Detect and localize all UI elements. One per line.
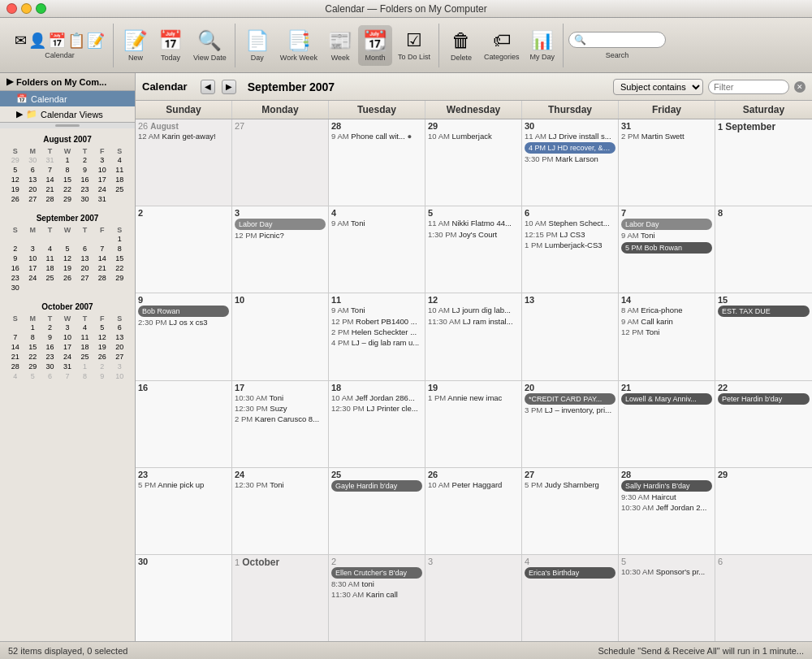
mini-cal-day[interactable]: 19 [58, 263, 76, 273]
calendar-event-pill[interactable]: Labor Day [235, 219, 326, 230]
cal-cell[interactable]: 1 October [232, 555, 329, 641]
mini-cal-day[interactable]: 4 [76, 323, 93, 332]
calendar-event[interactable]: 10 AM Jeff Jordan 286... [331, 393, 422, 403]
cal-cell[interactable]: 5 10:30 AM Sponsor's pr... [619, 555, 715, 641]
calendar-event[interactable]: 8 AM Erica-phone [621, 306, 712, 315]
calendar-event[interactable]: 2:30 PM LJ os x cs3 [138, 318, 229, 327]
mini-cal-day[interactable]: 30 [6, 283, 24, 293]
calendar-event-pill[interactable]: Erica's Birthday [525, 567, 615, 579]
mini-cal-day[interactable]: 13 [76, 254, 93, 263]
mini-cal-day[interactable]: 3 [93, 155, 110, 165]
mini-cal-day[interactable]: 11 [41, 254, 58, 263]
calendar-event[interactable]: 5 PM Annie pick up [138, 480, 229, 490]
cal-cell[interactable]: 4 9 AM Toni [329, 206, 425, 293]
close-button[interactable] [6, 3, 17, 14]
calendar-event[interactable]: 12:15 PM LJ CS3 [525, 230, 615, 240]
calendar-event-pill[interactable]: *CREDIT CARD PAY... [525, 393, 615, 405]
cal-cell[interactable]: 31 2 PM Martin Swett [619, 119, 715, 206]
mini-cal-day[interactable]: 27 [111, 352, 128, 362]
mini-cal-day[interactable]: 31 [93, 194, 110, 204]
mini-cal-day[interactable]: 5 [24, 371, 41, 381]
mini-cal-day[interactable]: 26 [6, 194, 24, 204]
mini-cal-day[interactable]: 25 [111, 184, 128, 194]
calendar-event[interactable]: 11 AM LJ Drive install s... [525, 132, 615, 141]
mini-cal-day[interactable]: 8 [111, 244, 128, 254]
cal-cell[interactable]: 4 Erica's Birthday [522, 555, 619, 641]
search-box[interactable]: 🔍 [568, 32, 666, 48]
calendar-event[interactable]: 10 AM LJ journ dig lab... [428, 306, 519, 315]
calendar-event[interactable]: 12:30 PM LJ Printer cle... [331, 404, 422, 414]
view-date-button[interactable]: 🔍 View Date [188, 25, 231, 66]
mini-cal-day[interactable]: 10 [58, 332, 76, 342]
mini-cal-day[interactable]: 29 [111, 273, 128, 283]
filter-input[interactable] [708, 80, 789, 94]
mini-cal-day[interactable]: 18 [111, 175, 128, 184]
mini-cal-day[interactable]: 3 [111, 362, 128, 371]
cal-cell[interactable]: 30 [136, 555, 232, 641]
cal-cell[interactable]: 2 Ellen Crutcher's B'day 8:30 AM toni 11… [329, 555, 425, 641]
mini-cal-day[interactable]: 28 [6, 362, 24, 371]
mini-cal-day[interactable]: 23 [6, 273, 24, 283]
sidebar-item-calendar[interactable]: 📅 Calendar [0, 91, 135, 106]
today-button[interactable]: 📅 Today [153, 25, 188, 66]
day-button[interactable]: 📄 Day [240, 25, 274, 66]
mini-cal-day[interactable]: 16 [6, 263, 24, 273]
mini-cal-day[interactable]: 6 [24, 165, 41, 175]
mini-cal-day[interactable]: 17 [93, 175, 110, 184]
cal-cell[interactable]: 12 10 AM LJ journ dig lab... 11:30 AM LJ… [425, 293, 522, 379]
mini-cal-day[interactable]: 14 [93, 254, 110, 263]
cal-cell[interactable]: 23 5 PM Annie pick up [136, 468, 232, 554]
calendar-button[interactable]: ✉ 👤 📅 📋 📝 Calendar [10, 25, 110, 66]
mini-cal-day[interactable]: 2 [41, 323, 58, 332]
mini-cal-day[interactable]: 30 [24, 155, 41, 165]
sidebar-header[interactable]: ▶ Folders on My Com... [0, 73, 135, 91]
mini-cal-day[interactable]: 13 [111, 332, 128, 342]
mini-cal-day[interactable]: 21 [93, 263, 110, 273]
cal-cell[interactable]: 1 September [715, 119, 812, 206]
mini-cal-day[interactable]: 6 [76, 244, 93, 254]
cal-cell[interactable]: 7 Labor Day 9 AM Toni 5 PM Bob Rowan [619, 206, 715, 293]
mini-cal-day[interactable]: 20 [76, 263, 93, 273]
mini-cal-day[interactable]: 9 [41, 332, 58, 342]
todo-button[interactable]: ☑ To Do List [393, 25, 435, 66]
mini-cal-day[interactable]: 1 [24, 323, 41, 332]
filter-clear-button[interactable]: ✕ [794, 81, 806, 93]
mini-cal-day[interactable]: 5 [93, 323, 110, 332]
mini-cal-day[interactable]: 2 [93, 362, 110, 371]
mini-cal-day[interactable]: 5 [58, 244, 76, 254]
prev-month-button[interactable]: ◀ [201, 80, 215, 94]
cal-cell[interactable]: 6 [715, 555, 812, 641]
calendar-event-pill[interactable]: 5 PM Bob Rowan [621, 242, 712, 254]
mini-cal-day[interactable]: 3 [24, 244, 41, 254]
week-button[interactable]: 📰 Week [323, 25, 357, 66]
calendar-event[interactable]: 1 PM Annie new imac [428, 393, 519, 403]
cal-cell[interactable]: 26 10 AM Peter Haggard [425, 468, 522, 554]
calendar-event[interactable]: 12:30 PM Suzy [235, 404, 326, 414]
cal-cell[interactable]: 24 12:30 PM Toni [232, 468, 329, 554]
mini-cal-day[interactable]: 4 [111, 155, 128, 165]
search-input[interactable] [586, 35, 659, 45]
calendar-event[interactable]: 2 PM Helen Scheckter ... [331, 327, 422, 337]
calendar-event-pill[interactable]: Peter Hardin b'day [718, 393, 810, 405]
cal-cell[interactable]: 22 Peter Hardin b'day [715, 381, 812, 467]
mini-cal-day[interactable]: 5 [6, 165, 24, 175]
mini-cal-day[interactable]: 18 [76, 342, 93, 352]
mini-cal-day[interactable]: 7 [93, 244, 110, 254]
calendar-event-pill[interactable]: Lowell & Mary Anniv... [621, 393, 712, 405]
mini-cal-day[interactable]: 11 [111, 165, 128, 175]
calendar-event[interactable]: 9 AM Phone call wit... ● [331, 132, 422, 141]
calendar-event[interactable]: 2 PM Karen Carusco 8... [235, 414, 326, 424]
calendar-event[interactable]: 9:30 AM Haircut [621, 492, 712, 502]
mini-cal-day[interactable]: 9 [6, 254, 24, 263]
calendar-event[interactable]: 9 AM Toni [331, 306, 422, 315]
mini-cal-day[interactable]: 21 [6, 352, 24, 362]
mini-cal-day[interactable]: 7 [58, 371, 76, 381]
mini-cal-day[interactable]: 10 [24, 254, 41, 263]
calendar-event[interactable]: 11:30 AM Karin call [331, 590, 422, 600]
calendar-event-pill[interactable]: Labor Day [621, 219, 712, 230]
cal-cell[interactable]: 11 9 AM Toni 12 PM Robert PB1400 ... 2 P… [329, 293, 425, 379]
calendar-event[interactable]: 9 AM Toni [621, 231, 712, 241]
maximize-button[interactable] [36, 3, 46, 14]
cal-cell[interactable]: 29 10 AM Lumberjack [425, 119, 522, 206]
minimize-button[interactable] [21, 3, 32, 14]
